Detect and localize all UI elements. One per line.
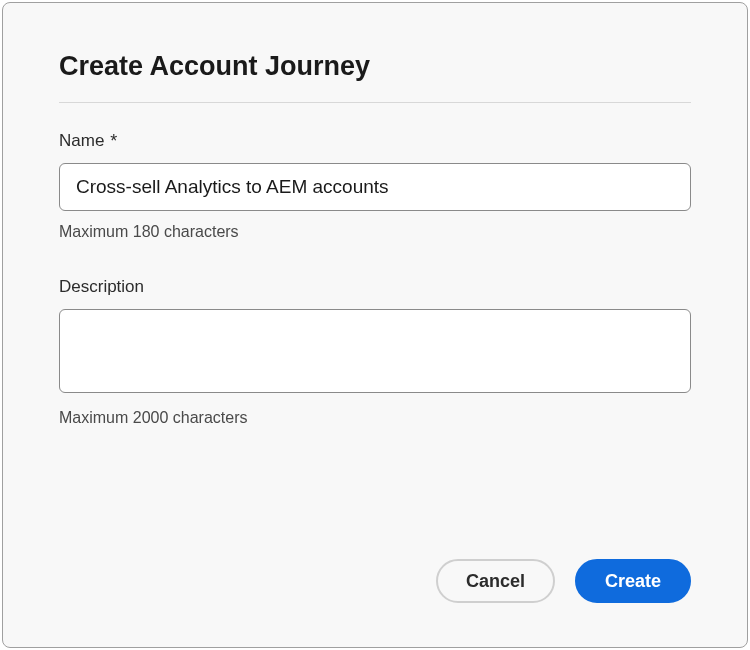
description-field: Description Maximum 2000 characters [59, 277, 691, 427]
name-input[interactable] [59, 163, 691, 211]
name-field: Name * Maximum 180 characters [59, 131, 691, 241]
create-button[interactable]: Create [575, 559, 691, 603]
create-account-journey-dialog: Create Account Journey Name * Maximum 18… [2, 2, 748, 648]
description-hint: Maximum 2000 characters [59, 409, 691, 427]
name-label: Name [59, 131, 104, 151]
divider [59, 102, 691, 103]
description-input[interactable] [59, 309, 691, 393]
dialog-button-row: Cancel Create [59, 559, 691, 607]
description-label-row: Description [59, 277, 691, 297]
name-label-row: Name * [59, 131, 691, 151]
name-hint: Maximum 180 characters [59, 223, 691, 241]
description-label: Description [59, 277, 144, 297]
dialog-title: Create Account Journey [59, 51, 691, 82]
cancel-button[interactable]: Cancel [436, 559, 555, 603]
required-asterisk-icon: * [110, 132, 117, 150]
